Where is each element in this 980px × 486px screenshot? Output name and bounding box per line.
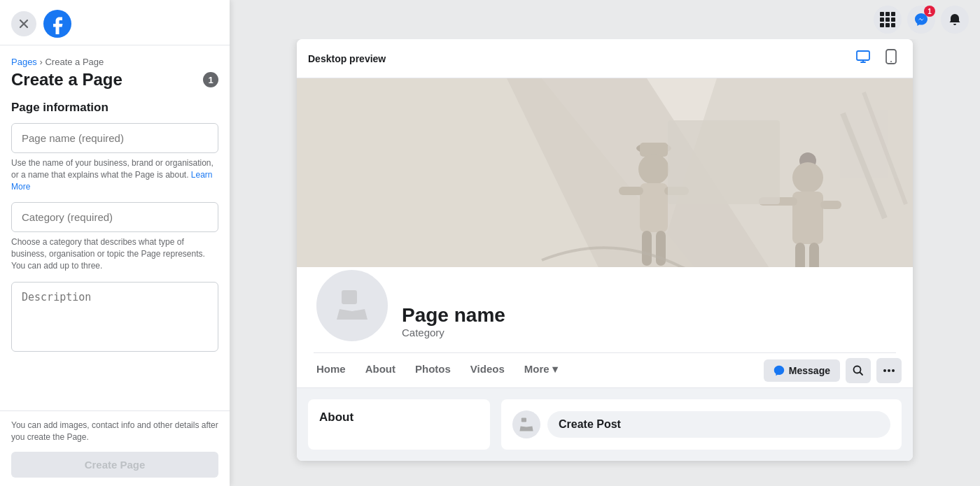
- create-post-button[interactable]: Create Post: [547, 411, 890, 438]
- page-profile-area: Page name Category: [297, 267, 913, 353]
- profile-name: Page name: [402, 304, 896, 327]
- sidebar: Pages › Create a Page Create a Page 1 Pa…: [0, 0, 230, 486]
- device-buttons: [851, 46, 902, 71]
- sidebar-footer: You can add images, contact info and oth…: [0, 410, 230, 486]
- search-button[interactable]: [846, 358, 871, 383]
- profile-row: Page name Category: [314, 267, 896, 353]
- profile-avatar: [314, 267, 391, 344]
- nav-item-about[interactable]: About: [357, 353, 404, 387]
- create-post-area: Create Post: [501, 399, 902, 450]
- message-label: Message: [789, 365, 830, 376]
- breadcrumb: Pages › Create a Page: [0, 45, 230, 70]
- description-input[interactable]: [11, 282, 218, 352]
- svg-rect-23: [668, 120, 780, 204]
- messenger-badge: 1: [924, 6, 935, 17]
- preview-toolbar: Desktop preview: [297, 39, 913, 78]
- section-label: Page information: [0, 101, 230, 123]
- svg-rect-14: [642, 231, 652, 266]
- info-badge[interactable]: 1: [203, 72, 218, 87]
- preview-window: Desktop preview: [297, 39, 913, 461]
- preview-panel: Desktop preview: [230, 39, 980, 486]
- svg-rect-31: [522, 417, 526, 422]
- footer-note: You can add images, contact info and oth…: [11, 420, 218, 443]
- svg-point-10: [638, 154, 669, 185]
- nav-item-photos[interactable]: Photos: [407, 353, 459, 387]
- more-actions-button[interactable]: [876, 358, 902, 383]
- description-field: [11, 282, 218, 355]
- mobile-view-button[interactable]: [881, 46, 902, 71]
- messenger-button[interactable]: 1: [907, 6, 935, 34]
- page-title: Create a Page: [11, 70, 122, 90]
- apps-button[interactable]: [874, 6, 902, 34]
- sidebar-header: [0, 0, 230, 45]
- page-name-helper: Use the name of your business, brand or …: [11, 157, 218, 192]
- page-nav-items: Home About Photos Videos More ▾: [308, 353, 761, 387]
- page-name-field: Use the name of your business, brand or …: [11, 123, 218, 192]
- page-nav: Home About Photos Videos More ▾ Message: [297, 353, 913, 388]
- nav-item-home[interactable]: Home: [308, 353, 354, 387]
- nav-item-videos[interactable]: Videos: [462, 353, 513, 387]
- svg-point-28: [883, 369, 886, 372]
- svg-rect-18: [792, 192, 823, 244]
- about-section: About: [308, 399, 490, 450]
- facebook-logo: [43, 10, 71, 38]
- nav-item-more[interactable]: More ▾: [516, 353, 566, 387]
- sidebar-content: Use the name of your business, brand or …: [0, 123, 230, 410]
- category-field: Choose a category that describes what ty…: [11, 202, 218, 271]
- main-area: 1 Desktop preview: [230, 0, 980, 486]
- notifications-button[interactable]: [941, 6, 969, 34]
- page-cover: [297, 78, 913, 295]
- breadcrumb-pages-link[interactable]: Pages: [11, 57, 37, 67]
- profile-category: Category: [402, 327, 896, 338]
- top-nav: 1: [230, 0, 980, 39]
- category-helper: Choose a category that describes what ty…: [11, 236, 218, 271]
- category-input[interactable]: [11, 202, 218, 232]
- svg-point-30: [892, 369, 895, 372]
- post-avatar: [512, 410, 540, 438]
- page-body: About Create Post: [297, 388, 913, 461]
- svg-rect-12: [619, 187, 643, 195]
- page-name-input[interactable]: [11, 123, 218, 153]
- svg-rect-20: [820, 201, 841, 209]
- profile-info: Page name Category: [402, 304, 896, 344]
- desktop-view-button[interactable]: [851, 46, 875, 71]
- page-title-area: Create a Page 1: [0, 70, 230, 101]
- svg-rect-26: [342, 290, 357, 304]
- close-button[interactable]: [11, 11, 36, 36]
- svg-rect-11: [640, 183, 668, 232]
- svg-point-3: [890, 61, 892, 62]
- about-title: About: [319, 410, 479, 424]
- page-nav-actions: Message: [764, 358, 902, 383]
- grid-icon: [880, 12, 895, 27]
- svg-point-17: [792, 162, 823, 193]
- svg-point-29: [888, 369, 890, 372]
- create-page-button[interactable]: Create Page: [11, 452, 218, 478]
- svg-rect-1: [857, 51, 869, 60]
- message-button[interactable]: Message: [764, 359, 840, 382]
- preview-title: Desktop preview: [308, 53, 386, 64]
- preview-content[interactable]: Page name Category Home About Photos Vid…: [297, 78, 913, 461]
